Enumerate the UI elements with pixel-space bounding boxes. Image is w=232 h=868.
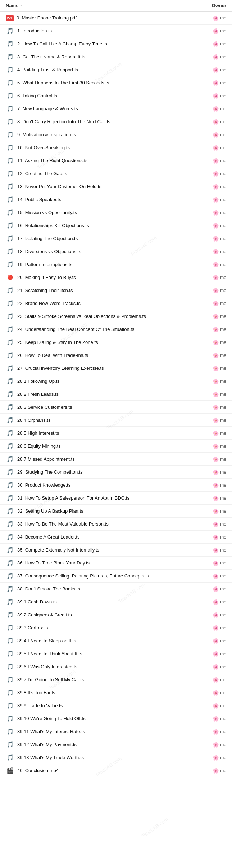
audio-icon: 🎵 [6,521,14,528]
table-row[interactable]: 🔴20. Making It Easy To Buy.ts🌸me [0,271,232,284]
table-row[interactable]: 🎵22. Brand New Word Tracks.ts🌸me [0,297,232,310]
table-row[interactable]: 🎬40. Conclusion.mp4🌸me [0,764,232,777]
owner-label: me [220,703,226,708]
table-row[interactable]: 🎵39.2 Cosigners & Credit.ts🌸me [0,608,232,621]
table-row[interactable]: 🎵30. Product Knowledge.ts🌸me [0,479,232,492]
owner-avatar-icon: 🌸 [213,768,219,774]
table-row[interactable]: 🎵28.2 Fresh Leads.ts🌸me [0,388,232,401]
table-row[interactable]: 🎵34. Become A Great Leader.ts🌸me [0,531,232,544]
table-row[interactable]: 🎵33. How To Be The Most Valuable Person.… [0,518,232,531]
owner-area: 🌸me [205,690,226,696]
table-row[interactable]: 🎵39.6 I Was Only Interested.ts🌸me [0,660,232,673]
header-name[interactable]: Name ↑ [6,3,205,8]
table-row[interactable]: 🎵39.10 We're Going To Hold Off.ts🌸me [0,712,232,725]
table-row[interactable]: PDF0. Master Phone Training.pdf🌸me [0,12,232,25]
table-row[interactable]: 🎵10. Not Over-Speaking.ts🌸me [0,141,232,154]
owner-area: 🌸me [205,651,226,657]
table-row[interactable]: 🎵28.5 High Interest.ts🌸me [0,427,232,440]
owner-label: me [220,677,226,682]
owner-avatar-icon: 🌸 [213,67,219,73]
table-row[interactable]: 🎵28.3 Service Customers.ts🌸me [0,401,232,414]
table-row[interactable]: 🎵28.1 Following Up.ts🌸me [0,375,232,388]
owner-label: me [220,431,226,436]
table-row[interactable]: 🎵35. Compete Externally Not Internally.t… [0,544,232,557]
table-row[interactable]: 🎵17. Isolating The Objection.ts🌸me [0,232,232,245]
file-name: 15. Mission vs Opportunity.ts [17,210,205,215]
table-row[interactable]: 🎵1. Introduction.ts🌸me [0,25,232,37]
audio-icon: 🎵 [6,313,14,320]
owner-label: me [220,690,226,695]
file-name: 39.9 Trade In Value.ts [17,703,205,708]
table-row[interactable]: 🎵39.12 What's My Payment.ts🌸me [0,738,232,751]
table-row[interactable]: 🎵11. Asking The Right Questions.ts🌸me [0,154,232,167]
table-row[interactable]: 🎵15. Mission vs Opportunity.ts🌸me [0,206,232,219]
owner-avatar-icon: 🌸 [213,495,219,501]
audio-icon: 🎵 [6,715,14,722]
audio-icon: 🎵 [6,92,14,99]
owner-avatar-icon: 🌸 [213,547,219,553]
table-row[interactable]: 🎵39.7 I'm Going To Sell My Car.ts🌸me [0,673,232,686]
audio-icon: 🎵 [6,27,14,35]
table-row[interactable]: 🎵37. Consequence Selling, Painting Pictu… [0,570,232,583]
owner-area: 🌸me [205,327,226,332]
table-row[interactable]: 🎵8. Don't Carry Rejection Into The Next … [0,115,232,128]
file-name: 29. Studying The Competiton.ts [17,469,205,475]
table-row[interactable]: 🎵25. Keep Dialing & Stay In The Zone.ts🌸… [0,336,232,349]
table-row[interactable]: 🎵14. Public Speaker.ts🌸me [0,193,232,206]
table-row[interactable]: 🎵28.6 Equity Mining.ts🌸me [0,440,232,453]
audio-icon: 🎵 [6,365,14,372]
table-row[interactable]: 🎵39.11 What's My Interest Rate.ts🌸me [0,725,232,738]
table-row[interactable]: 🎵31. How To Setup A Salesperson For An A… [0,492,232,505]
table-row[interactable]: 🎵12. Creating The Gap.ts🌸me [0,167,232,180]
table-row[interactable]: 🎵39.1 Cash Down.ts🌸me [0,595,232,608]
table-row[interactable]: 🎵21. Scratching Their Itch.ts🌸me [0,284,232,297]
audio-icon: 🎵 [6,456,14,463]
sort-ascending-icon[interactable]: ↑ [20,4,22,8]
table-row[interactable]: 🎵23. Stalls & Smoke Screens vs Real Obje… [0,310,232,323]
table-row[interactable]: 🎵3. Get Their Name & Repeat It.ts🌸me [0,50,232,63]
table-row[interactable]: 🎵27. Crucial Inventory Learning Exercise… [0,362,232,375]
audio-icon: 🎵 [6,40,14,48]
file-name: 39.2 Cosigners & Credit.ts [17,612,205,617]
table-row[interactable]: 🎵36. How To Time Block Your Day.ts🌸me [0,557,232,570]
table-row[interactable]: 🎵29. Studying The Competiton.ts🌸me [0,466,232,479]
owner-area: 🌸me [205,54,226,60]
owner-avatar-icon: 🌸 [213,430,219,436]
audio-icon: 🎵 [6,598,14,606]
audio-icon: 🎵 [6,469,14,476]
table-row[interactable]: 🎵38. Don't Smoke The Books.ts🌸me [0,583,232,595]
table-row[interactable]: 🎵9. Motivation & Inspiration.ts🌸me [0,128,232,141]
owner-area: 🌸me [205,443,226,449]
table-row[interactable]: 🎵39.4 I Need To Sleep on It.ts🌸me [0,634,232,647]
table-row[interactable]: 🎵6. Taking Control.ts🌸me [0,89,232,102]
table-row[interactable]: 🎵39.5 I Need To Think About It.ts🌸me [0,647,232,660]
table-row[interactable]: 🎵13. Never Put Your Customer On Hold.ts🌸… [0,180,232,193]
owner-area: 🌸me [205,210,226,216]
owner-label: me [220,327,226,332]
table-row[interactable]: 🎵7. New Language & Words.ts🌸me [0,102,232,115]
table-row[interactable]: 🎵39.13 What's My Trade Worth.ts🌸me [0,751,232,764]
table-row[interactable]: 🎵4. Building Trust & Rapport.ts🌸me [0,63,232,76]
table-row[interactable]: 🎵39.3 CarFax.ts🌸me [0,621,232,634]
table-row[interactable]: 🎵18. Diversions vs Objections.ts🌸me [0,245,232,258]
table-row[interactable]: 🎵32. Setting Up A Backup Plan.ts🌸me [0,505,232,518]
owner-avatar-icon: 🌸 [213,586,219,592]
owner-label: me [220,444,226,449]
owner-area: 🌸me [205,145,226,151]
table-row[interactable]: 🎵16. Relationships Kill Objections.ts🌸me [0,219,232,232]
audio-icon: 🎵 [6,105,14,112]
owner-avatar-icon: 🌸 [213,223,219,229]
owner-avatar-icon: 🌸 [213,327,219,332]
file-name: 34. Become A Great Leader.ts [17,534,205,540]
audio-icon: 🎵 [6,131,14,138]
table-row[interactable]: 🎵28.7 Missed Appointment.ts🌸me [0,453,232,466]
table-row[interactable]: 🎵39.9 Trade In Value.ts🌸me [0,699,232,712]
table-row[interactable]: 🎵19. Pattern Interruptions.ts🌸me [0,258,232,271]
table-row[interactable]: 🎵39.8 It's Too Far.ts🌸me [0,686,232,699]
table-row[interactable]: 🎵5. What Happens In The First 30 Seconds… [0,76,232,89]
table-row[interactable]: 🎵28.4 Orphans.ts🌸me [0,414,232,427]
table-row[interactable]: 🎵2. How To Call Like A Champ Every Time.… [0,37,232,50]
table-row[interactable]: 🎵24. Understanding The Real Concept Of T… [0,323,232,336]
table-row[interactable]: 🎵26. How To Deal With Trade-Ins.ts🌸me [0,349,232,362]
file-name: 6. Taking Control.ts [17,93,205,98]
